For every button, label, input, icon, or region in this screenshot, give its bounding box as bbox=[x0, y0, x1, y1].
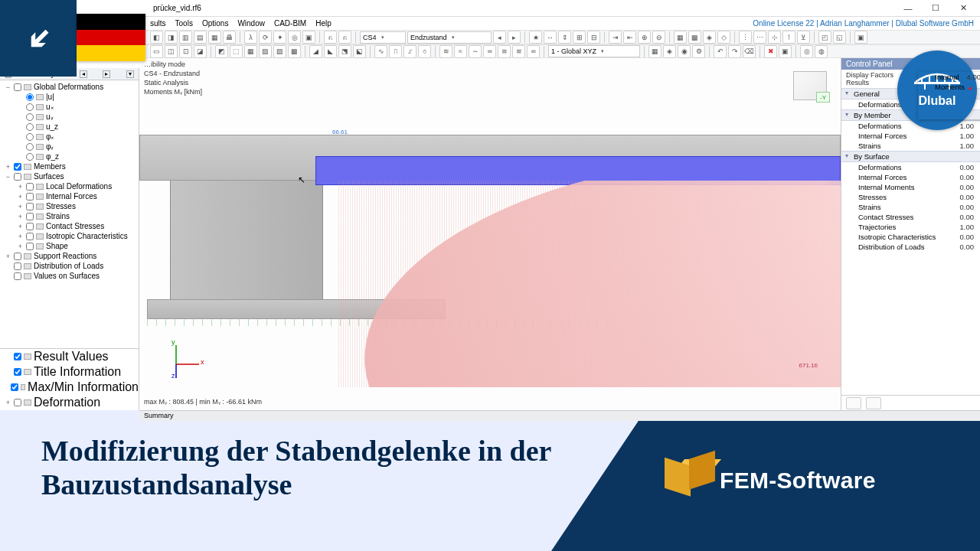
tool-icon[interactable]: ≊ bbox=[512, 45, 525, 58]
tree-node[interactable]: φ_z bbox=[3, 152, 137, 161]
group-header[interactable]: By Surface bbox=[841, 151, 980, 162]
minimize-button[interactable]: — bbox=[894, 1, 922, 16]
tool-icon[interactable]: ∿ bbox=[374, 45, 387, 58]
tool-icon[interactable]: ↔ bbox=[544, 31, 557, 44]
tool-icon[interactable]: ≋ bbox=[439, 45, 452, 58]
tree-node[interactable]: φᵧ bbox=[3, 142, 137, 152]
tree-node[interactable]: +Contact Stresses bbox=[3, 221, 137, 231]
tool-icon[interactable]: ≈ bbox=[454, 45, 467, 58]
tree-node[interactable]: −Global Deformations bbox=[3, 82, 137, 92]
maximize-button[interactable]: ☐ bbox=[922, 1, 949, 16]
view-cube-face[interactable]: -Y bbox=[816, 92, 830, 103]
view-cube[interactable]: -Y bbox=[787, 67, 833, 106]
menu-window[interactable]: Window bbox=[237, 19, 265, 28]
radio[interactable] bbox=[26, 143, 34, 151]
tool-icon[interactable]: ⊖ bbox=[652, 31, 665, 44]
tool-icon[interactable]: ◈ bbox=[663, 45, 676, 58]
tool-icon[interactable]: ⊡ bbox=[179, 45, 192, 58]
radio[interactable] bbox=[26, 133, 34, 141]
tool-icon[interactable]: ⋯ bbox=[753, 31, 766, 44]
tool-icon[interactable]: ⎌ bbox=[324, 31, 337, 44]
tool-icon[interactable]: ⎍ bbox=[389, 45, 402, 58]
tool-icon[interactable]: ▣ bbox=[779, 45, 792, 58]
tree-node[interactable]: +Strains bbox=[3, 211, 137, 221]
factor-row[interactable]: Stresses0.00 bbox=[841, 192, 980, 202]
menu-cad-bim[interactable]: CAD-BIM bbox=[274, 19, 306, 28]
checkbox[interactable] bbox=[26, 213, 34, 220]
tool-icon[interactable]: ◍ bbox=[815, 45, 828, 58]
delete-icon[interactable]: ✖ bbox=[764, 45, 777, 58]
tool-icon[interactable]: ▩ bbox=[688, 31, 701, 44]
tool-icon[interactable]: ⌫ bbox=[743, 45, 756, 58]
checkbox[interactable] bbox=[26, 193, 34, 201]
tool-icon[interactable]: ∼ bbox=[469, 45, 482, 58]
tool-icon[interactable]: ⇤ bbox=[623, 31, 636, 44]
close-button[interactable]: ✕ bbox=[949, 1, 977, 16]
tree-node[interactable]: uᵧ bbox=[3, 112, 137, 122]
checkbox[interactable] bbox=[14, 173, 21, 181]
factor-row[interactable]: Deformations0.00 bbox=[841, 162, 980, 172]
factor-row[interactable]: Strains1.00 bbox=[841, 141, 980, 151]
factor-row[interactable]: Trajectories1.00 bbox=[841, 222, 980, 232]
print-icon[interactable]: 🖶 bbox=[223, 31, 236, 44]
tool-icon[interactable]: ⇥ bbox=[609, 31, 622, 44]
checkbox[interactable] bbox=[14, 368, 21, 376]
nav-close-icon[interactable]: ▾ bbox=[126, 70, 134, 78]
tree-node[interactable]: u_z bbox=[3, 122, 137, 132]
tool-icon[interactable]: ⬔ bbox=[338, 45, 351, 58]
checkbox[interactable] bbox=[14, 253, 21, 260]
factor-row[interactable]: Internal Moments4.00 bbox=[918, 72, 980, 119]
tool-icon[interactable]: ◩ bbox=[215, 45, 228, 58]
tree-node[interactable]: uₓ bbox=[3, 102, 137, 112]
checkbox[interactable] bbox=[26, 243, 34, 250]
checkbox[interactable] bbox=[14, 163, 21, 171]
tool-icon[interactable]: ◉ bbox=[678, 45, 691, 58]
tree-node[interactable]: |u| bbox=[3, 92, 137, 102]
tool-icon[interactable]: ◪ bbox=[194, 45, 207, 58]
tree-node[interactable]: +Internal Forces bbox=[3, 191, 137, 201]
nav-pin-icon[interactable]: ◂ bbox=[80, 70, 87, 78]
tool-icon[interactable]: ⟳ bbox=[259, 31, 272, 44]
tool-icon[interactable]: ▨ bbox=[273, 45, 286, 58]
tool-icon[interactable]: ◱ bbox=[833, 31, 846, 44]
tree-node[interactable]: Title Information bbox=[0, 364, 139, 380]
tool-icon[interactable]: ▤ bbox=[194, 31, 207, 44]
menu-options[interactable]: Options bbox=[202, 19, 228, 28]
tool-icon[interactable]: ⬚ bbox=[230, 45, 243, 58]
checkbox[interactable] bbox=[26, 183, 34, 191]
tree-node[interactable]: +Stresses bbox=[3, 201, 137, 211]
checkbox[interactable] bbox=[14, 83, 21, 91]
tool-icon[interactable]: ▣ bbox=[302, 31, 315, 44]
checkbox[interactable] bbox=[26, 223, 34, 230]
nav-right-icon[interactable]: ▸ bbox=[508, 31, 521, 44]
tool-icon[interactable]: ◎ bbox=[800, 45, 813, 58]
tree-node[interactable]: +Local Deformations bbox=[3, 181, 137, 191]
factor-row[interactable]: Distribution of Loads0.00 bbox=[841, 242, 980, 252]
tool-icon[interactable]: ⋮ bbox=[739, 31, 752, 44]
radio[interactable] bbox=[26, 153, 34, 161]
tool-icon[interactable]: ▭ bbox=[150, 45, 163, 58]
tool-icon[interactable]: ★ bbox=[529, 31, 542, 44]
tool-icon[interactable]: ◈ bbox=[703, 31, 716, 44]
nav-pin-icon[interactable]: ▸ bbox=[103, 70, 110, 78]
tool-icon[interactable]: ◎ bbox=[288, 31, 301, 44]
tool-icon[interactable]: ▥ bbox=[179, 31, 192, 44]
tool-icon[interactable]: ⊻ bbox=[797, 31, 810, 44]
tool-icon[interactable]: ✦ bbox=[273, 31, 286, 44]
tool-icon[interactable]: λ bbox=[244, 31, 257, 44]
tool-icon[interactable]: ◰ bbox=[818, 31, 831, 44]
tool-icon[interactable]: ▣ bbox=[854, 31, 867, 44]
tool-icon[interactable]: ⇕ bbox=[558, 31, 571, 44]
tool-icon[interactable]: ▦ bbox=[244, 45, 257, 58]
tree-node[interactable]: +Deformation bbox=[0, 395, 139, 410]
tool-icon[interactable]: ▦ bbox=[674, 31, 687, 44]
radio[interactable] bbox=[26, 93, 34, 101]
checkbox[interactable] bbox=[14, 399, 21, 406]
tree-node[interactable]: Result Values bbox=[0, 349, 139, 364]
checkbox[interactable] bbox=[14, 353, 21, 360]
tree-node[interactable]: +Shape bbox=[3, 241, 137, 251]
tree-node[interactable]: Max/Min Information bbox=[0, 380, 139, 395]
tool-icon[interactable]: ⎏ bbox=[418, 45, 431, 58]
radio[interactable] bbox=[26, 113, 34, 121]
menu-tools[interactable]: Tools bbox=[175, 19, 193, 28]
